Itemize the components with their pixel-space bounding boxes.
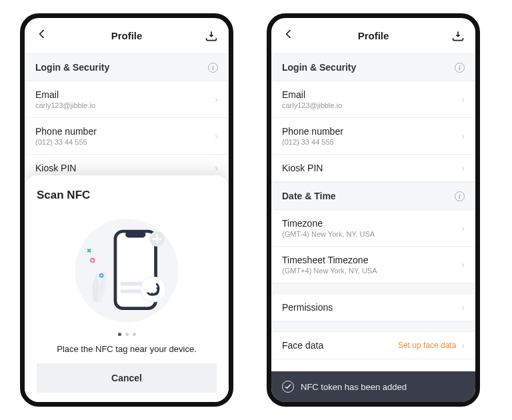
svg-point-8 — [141, 277, 166, 302]
dot — [125, 333, 129, 336]
chevron-right-icon: › — [215, 94, 218, 105]
save-icon[interactable] — [451, 30, 465, 42]
row-value: (GMT+4) New York, NY, USA — [282, 267, 377, 275]
chevron-right-icon: › — [461, 163, 465, 173]
toast-message: NFC token has been added — [301, 382, 407, 392]
row-email[interactable]: Email carly123@jibble.io › — [271, 81, 475, 118]
row-value: (012) 33 44 555 — [282, 138, 343, 146]
row-label: Email — [282, 89, 342, 100]
dot — [133, 333, 136, 336]
pager-dots — [37, 333, 217, 336]
nfc-illustration — [37, 207, 217, 327]
row-label: Permissions — [282, 302, 333, 313]
section-login-security: Login & Security i — [271, 53, 475, 81]
row-timezone[interactable]: Timezone (GMT-4) New York, NY, USA › — [271, 210, 475, 247]
header: Profile — [25, 18, 229, 53]
success-toast: NFC token has been added — [271, 371, 475, 402]
row-action-link[interactable]: Set up face data — [398, 341, 456, 350]
row-value: carly123@jibble.io — [282, 101, 342, 109]
info-icon[interactable]: i — [208, 63, 218, 73]
header: Profile — [271, 18, 475, 53]
row-label: Timezone — [282, 218, 375, 229]
chevron-right-icon: › — [215, 131, 218, 141]
page-title: Profile — [358, 30, 389, 41]
save-icon[interactable] — [205, 30, 218, 42]
row-value: (GMT-4) New York, NY, USA — [282, 230, 375, 238]
row-label: Kiosk PIN — [282, 163, 323, 173]
back-icon[interactable] — [282, 27, 295, 44]
row-phone[interactable]: Phone number (012) 33 44 555 › — [271, 118, 475, 155]
dot-active — [118, 333, 121, 336]
row-phone[interactable]: Phone number (012) 33 44 555 › — [25, 118, 229, 155]
row-timesheet-timezone[interactable]: Timesheet Timezone (GMT+4) New York, NY,… — [271, 247, 475, 283]
chevron-right-icon: › — [461, 302, 465, 313]
chevron-right-icon: › — [461, 340, 465, 351]
section-date-time: Date & Time i — [271, 182, 475, 210]
chevron-right-icon: › — [215, 163, 218, 173]
svg-rect-4 — [125, 231, 145, 237]
chevron-right-icon: › — [461, 223, 465, 233]
row-label: Timesheet Timezone — [282, 255, 377, 265]
chevron-right-icon: › — [461, 259, 465, 270]
cancel-button[interactable]: Cancel — [37, 363, 217, 393]
row-kiosk-pin[interactable]: Kiosk PIN › — [271, 155, 475, 182]
section-gap — [271, 321, 475, 332]
back-icon[interactable] — [35, 27, 49, 44]
row-email[interactable]: Email carly123@jibble.io › — [25, 81, 229, 118]
row-label: Kiosk PIN — [35, 163, 76, 173]
row-label: Phone number — [282, 126, 343, 137]
chevron-right-icon: › — [461, 94, 465, 105]
phone-left: Profile Login & Security i Email carly12… — [20, 13, 233, 407]
section-title: Login & Security — [35, 62, 109, 73]
section-title: Date & Time — [282, 191, 336, 201]
row-value: (012) 33 44 555 — [35, 138, 97, 146]
phone-right: Profile Login & Security i Email carly12… — [267, 13, 480, 407]
page-title: Profile — [111, 30, 143, 41]
section-gap — [271, 283, 475, 294]
info-icon[interactable]: i — [455, 191, 465, 201]
sheet-title: Scan NFC — [37, 189, 217, 202]
row-permissions[interactable]: Permissions › — [271, 294, 475, 321]
check-circle-icon — [282, 381, 294, 393]
sheet-message: Place the NFC tag near your device. — [37, 344, 217, 354]
nfc-sheet: Scan NFC — [25, 175, 229, 402]
row-face-data[interactable]: Face data Set up face data › — [271, 332, 475, 359]
section-title: Login & Security — [282, 62, 356, 73]
row-label: Phone number — [35, 126, 97, 137]
info-icon[interactable]: i — [455, 63, 465, 73]
section-login-security: Login & Security i — [25, 53, 229, 81]
row-label: Email — [35, 89, 95, 100]
row-label: Face data — [282, 340, 323, 351]
chevron-right-icon: › — [461, 131, 465, 141]
row-value: carly123@jibble.io — [35, 101, 95, 109]
